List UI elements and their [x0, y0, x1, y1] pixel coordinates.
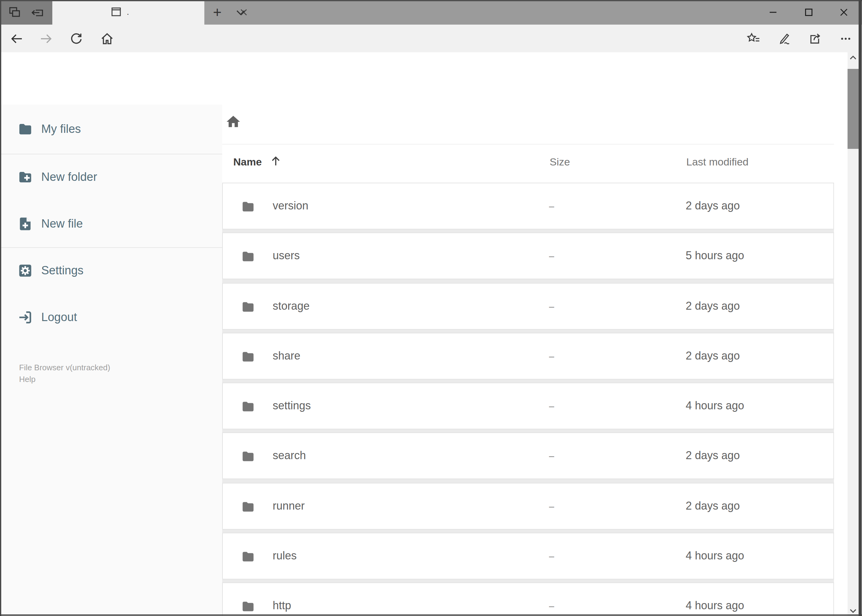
window-border-top	[0, 0, 862, 1]
favorites-hub-button[interactable]	[741, 27, 766, 51]
file-listing-area: Name Size Last modified version – 2 days…	[222, 105, 862, 616]
file-modified: 2 days ago	[686, 449, 740, 462]
file-modified: 4 hours ago	[686, 550, 744, 563]
folder-icon	[241, 199, 255, 214]
help-link[interactable]: Help	[19, 374, 36, 385]
file-name: users	[273, 250, 300, 262]
more-dots-icon	[838, 31, 853, 46]
sort-ascending-icon	[269, 154, 282, 168]
page-scrollbar[interactable]	[848, 52, 859, 616]
scroll-up-icon	[849, 55, 857, 60]
file-size: –	[549, 501, 554, 511]
column-header-name[interactable]: Name	[233, 156, 262, 168]
pen-icon	[777, 31, 791, 46]
folder-icon	[17, 121, 33, 137]
file-size: –	[549, 551, 554, 561]
file-modified: 4 hours ago	[686, 600, 744, 613]
file-modified: 2 days ago	[686, 200, 740, 212]
set-tabs-aside-button[interactable]	[30, 5, 45, 20]
home-nav-button[interactable]	[97, 28, 118, 49]
web-notes-button[interactable]	[772, 27, 796, 51]
table-row-rules[interactable]: rules – 4 hours ago	[222, 533, 834, 580]
column-header-modified[interactable]: Last modified	[686, 156, 749, 168]
file-modified: 2 days ago	[686, 500, 740, 513]
file-modified: 2 days ago	[686, 350, 740, 363]
sidebar-item-my-files[interactable]: My files	[0, 113, 222, 145]
file-size: –	[549, 351, 554, 361]
breadcrumb-home-button[interactable]	[224, 112, 243, 132]
window-border-right	[859, 0, 862, 616]
table-row-settings[interactable]: settings – 4 hours ago	[222, 383, 834, 429]
sidebar-item-new-file[interactable]: New file	[0, 208, 222, 240]
forward-button[interactable]	[36, 28, 57, 49]
new-tab-icon: +	[213, 4, 222, 21]
scrollbar-thumb[interactable]	[848, 69, 859, 149]
minimize-button[interactable]	[758, 0, 787, 25]
sidebar: My files New folder New file	[0, 105, 222, 616]
tab-actions-area	[0, 0, 52, 25]
table-row-version[interactable]: version – 2 days ago	[222, 183, 834, 229]
app-header	[0, 52, 862, 105]
maximize-icon	[802, 6, 815, 19]
refresh-button[interactable]	[66, 28, 87, 49]
tab-list-button[interactable]	[229, 0, 252, 25]
table-row-users[interactable]: users – 5 hours ago	[222, 233, 834, 280]
app-version-text: File Browser v(untracked)	[19, 362, 110, 374]
column-header-size[interactable]: Size	[550, 156, 570, 168]
file-name: rules	[273, 550, 297, 563]
scrollbar-up-button[interactable]	[848, 52, 859, 63]
address-bar-row: filebrowser.web/files/	[0, 25, 862, 52]
sidebar-item-new-folder[interactable]: New folder	[0, 161, 222, 193]
table-row-http[interactable]: http – 4 hours ago	[222, 583, 834, 616]
file-size: –	[549, 251, 554, 261]
maximize-button[interactable]	[794, 0, 823, 25]
sidebar-item-label: New file	[41, 217, 83, 231]
back-button[interactable]	[6, 28, 27, 49]
refresh-icon	[69, 31, 84, 46]
file-size: –	[549, 601, 554, 611]
folder-icon	[241, 449, 255, 464]
folder-icon	[241, 250, 255, 264]
back-icon	[9, 31, 24, 46]
new-folder-icon	[17, 169, 33, 185]
share-button[interactable]	[803, 27, 827, 51]
folder-icon	[241, 349, 255, 364]
file-name: runner	[273, 500, 305, 513]
folder-icon	[241, 399, 255, 414]
file-name: share	[273, 350, 300, 363]
folder-icon	[241, 500, 255, 514]
share-icon	[807, 31, 822, 46]
file-name: version	[273, 200, 308, 212]
settings-more-button[interactable]	[834, 27, 858, 51]
tab-preview-button[interactable]	[8, 5, 22, 20]
scroll-down-icon	[849, 608, 857, 614]
settings-gear-icon	[17, 262, 33, 279]
sidebar-item-label: Logout	[41, 311, 77, 324]
logout-icon	[17, 310, 33, 325]
file-modified: 5 hours ago	[686, 250, 744, 262]
table-row-storage[interactable]: storage – 2 days ago	[222, 283, 834, 329]
table-row-runner[interactable]: runner – 2 days ago	[222, 483, 834, 530]
browser-window: . +	[0, 0, 862, 616]
sidebar-item-logout[interactable]: Logout	[0, 302, 222, 333]
table-row-share[interactable]: share – 2 days ago	[222, 333, 834, 380]
file-modified: 4 hours ago	[686, 399, 744, 412]
sidebar-item-label: Settings	[41, 264, 84, 277]
table-row-search[interactable]: search – 2 days ago	[222, 433, 834, 479]
file-size: –	[549, 301, 554, 311]
folder-icon	[241, 599, 255, 614]
file-modified: 2 days ago	[686, 300, 740, 313]
close-window-button[interactable]	[829, 0, 858, 25]
file-size: –	[549, 451, 554, 461]
sidebar-item-settings[interactable]: Settings	[0, 255, 222, 287]
close-icon	[837, 6, 850, 19]
titlebar: . +	[0, 0, 862, 25]
browser-tab[interactable]: .	[52, 0, 204, 25]
tab-preview-icon	[8, 5, 22, 20]
sidebar-divider	[0, 247, 222, 248]
sidebar-item-label: New folder	[41, 170, 97, 184]
new-tab-button[interactable]: +	[206, 0, 229, 25]
folder-icon	[241, 549, 255, 564]
file-name: search	[273, 449, 306, 462]
sidebar-item-label: My files	[41, 123, 81, 136]
